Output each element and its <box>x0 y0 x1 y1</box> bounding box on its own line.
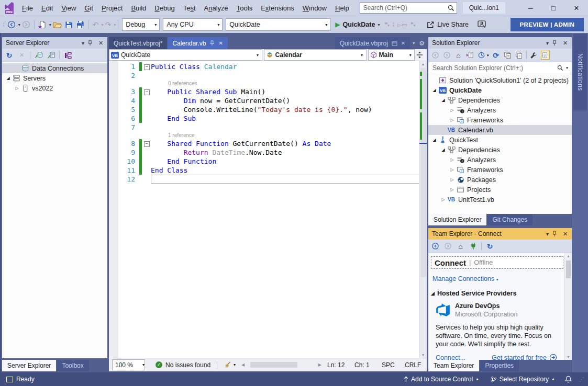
server-explorer-title[interactable]: Server Explorer ▾ ✕ <box>2 37 107 49</box>
collapse-all-icon[interactable] <box>503 51 512 60</box>
search-input[interactable] <box>362 4 448 12</box>
expander-icon[interactable]: ▷ <box>448 118 456 122</box>
nav-forward-icon[interactable] <box>443 242 452 251</box>
tool-tab-server-explorer[interactable]: Server Explorer <box>2 360 56 371</box>
editor-horizontal-scrollbar[interactable]: ◀ ▶ <box>240 362 323 368</box>
redo-dropdown[interactable]: ▾ <box>114 22 116 27</box>
manage-connections-plug-icon[interactable] <box>469 242 478 251</box>
menu-help[interactable]: Help <box>331 2 353 15</box>
health-check-icon[interactable]: ✓ <box>156 361 162 368</box>
expander-icon[interactable]: ▷ <box>448 167 456 172</box>
connect-link[interactable]: Connect... <box>436 354 465 360</box>
solution-tree-item-calendar-vb[interactable]: VBCalendar.vb <box>428 125 572 135</box>
solution-configurations-dropdown[interactable]: Debug▾ <box>122 18 160 31</box>
close-panel-icon[interactable]: ✕ <box>561 40 570 47</box>
feedback-icon[interactable] <box>476 18 488 31</box>
home-icon[interactable]: ⌂ <box>454 51 463 60</box>
menu-build[interactable]: Build <box>127 2 150 15</box>
stop-refresh-icon[interactable]: ✕ <box>17 51 26 60</box>
code-line-7[interactable]: 7 <box>109 123 419 132</box>
code-line-12[interactable]: 12 <box>109 175 419 184</box>
menu-edit[interactable]: Edit <box>37 2 57 15</box>
menu-tools[interactable]: Tools <box>232 2 257 15</box>
pin-icon[interactable] <box>552 40 561 46</box>
editor-vertical-scrollbar[interactable]: ▲ ▼ <box>419 61 427 358</box>
document-tab-quickdate-vbproj[interactable]: QuickDate.vbproj✕ <box>335 37 410 49</box>
refresh-icon[interactable]: ↻ <box>5 51 14 60</box>
server-tree-item-data-connections[interactable]: Data Connections <box>2 63 107 73</box>
issues-status-text[interactable]: No issues found <box>165 361 210 369</box>
search-icon[interactable] <box>557 65 563 71</box>
code-line-11[interactable]: 11End Class <box>109 166 419 175</box>
sharepoint-hierarchy-icon[interactable] <box>63 51 72 60</box>
close-tab-icon[interactable]: ✕ <box>401 40 405 46</box>
code-line-9[interactable]: 9 Return DateTime.Now.Date <box>109 148 419 157</box>
save-all-button[interactable] <box>74 18 86 31</box>
pending-changes-filter-icon[interactable] <box>477 51 486 60</box>
show-all-files-icon[interactable] <box>515 51 524 60</box>
line-indicator[interactable]: Ln: 12 <box>327 361 354 369</box>
document-tab-quicktest-vbproj[interactable]: QuickTest.vbproj* <box>109 37 167 49</box>
refresh-icon[interactable]: ↻ <box>485 242 494 251</box>
server-tree-item-servers[interactable]: ◢Servers <box>2 73 107 83</box>
solution-tree-item-projects[interactable]: ▷Projects <box>428 185 572 195</box>
expander-icon[interactable]: ▷ <box>448 157 456 162</box>
codelens-indicator[interactable]: 0 references <box>109 80 419 87</box>
expander-icon[interactable]: ▷ <box>448 177 456 182</box>
solution-tree-item-quicktest[interactable]: ◢QuickTest <box>428 135 572 145</box>
break-all-icon[interactable]: ▻▭ <box>397 21 407 28</box>
tool-tab-solution-explorer[interactable]: Solution Explorer <box>428 214 486 225</box>
code-line-8[interactable]: 8− Shared Function GetCurrentDate() As D… <box>109 139 419 148</box>
tool-tab-toolbox[interactable]: Toolbox <box>57 360 88 371</box>
get-started-link[interactable]: Get started for free <box>492 354 557 360</box>
pin-icon[interactable] <box>552 231 561 237</box>
hscrollbar-thumb[interactable] <box>250 362 297 368</box>
search-icon[interactable] <box>448 5 454 12</box>
scroll-up-arrow[interactable]: ▲ <box>419 62 427 66</box>
expander-icon[interactable]: ◢ <box>430 138 438 142</box>
code-line-6[interactable]: 6 End Sub <box>109 114 419 123</box>
notifications-tab[interactable]: Notifications <box>573 34 587 110</box>
connect-page-header[interactable]: Connect | Offline <box>431 256 563 269</box>
menu-debug[interactable]: Debug <box>150 2 179 15</box>
solution-search-box[interactable]: ▾ <box>428 62 572 74</box>
sync-with-active-document-icon[interactable] <box>465 51 474 60</box>
resize-grip[interactable]: ⋰ <box>579 377 585 382</box>
solution-tree-item-dependencies[interactable]: ◢Dependencies <box>428 95 572 105</box>
close-panel-icon[interactable]: ✕ <box>561 231 570 237</box>
expander-icon[interactable]: ◢ <box>4 76 12 81</box>
manage-connections-link[interactable]: Manage Connections ▾ <box>432 275 572 282</box>
hosted-service-providers-section[interactable]: ◢ Hosted Service Providers <box>431 290 572 297</box>
window-position-dropdown-icon[interactable]: ▾ <box>543 231 552 237</box>
editor-settings-gear-icon[interactable]: ⚙ <box>419 40 425 47</box>
apply-code-changes-icon[interactable]: ❞▾ <box>411 21 415 28</box>
open-file-button[interactable] <box>51 18 63 31</box>
menu-view[interactable]: View <box>57 2 80 15</box>
expander-icon[interactable]: ▷ <box>13 86 21 90</box>
solution-tree-item-quickdate[interactable]: ◢VBQuickDate <box>428 85 572 95</box>
minimize-button[interactable]: ─ <box>519 0 542 16</box>
member-dropdown[interactable]: Main ▾ <box>368 49 415 61</box>
menu-extensions[interactable]: Extensions <box>257 2 298 15</box>
menu-git[interactable]: Git <box>80 2 97 15</box>
solution-tree-item-frameworks[interactable]: ▷Frameworks <box>428 165 572 175</box>
keep-open-icon[interactable] <box>392 41 397 46</box>
toolbar-grip[interactable]: ⁞ <box>3 22 4 28</box>
line-ending-indicator[interactable]: CRLF <box>405 361 426 369</box>
refresh-icon[interactable]: ⟳ <box>492 51 501 60</box>
live-share-button[interactable]: Live Share <box>426 21 469 29</box>
section-expander-icon[interactable]: ◢ <box>431 291 435 296</box>
home-icon[interactable]: ⌂ <box>456 242 465 251</box>
solution-tree-item-solution-quicksolution1-2-of-2-projects[interactable]: Solution 'QuickSolution1' (2 of 2 projec… <box>428 75 572 85</box>
pin-tab-icon[interactable] <box>209 40 215 46</box>
solution-tree-item-analyzers[interactable]: ▷iAnalyzers <box>428 105 572 115</box>
nav-back-icon[interactable] <box>431 51 440 60</box>
select-repository-button[interactable]: Select Repository ▲ <box>486 372 560 386</box>
menu-project[interactable]: Project <box>97 2 127 15</box>
code-editor[interactable]: 1−Public Class Calendar20 references3− P… <box>109 61 427 358</box>
column-indicator[interactable]: Ch: 1 <box>354 361 382 369</box>
code-line-1[interactable]: 1−Public Class Calendar <box>109 62 419 71</box>
menu-test[interactable]: Test <box>179 2 200 15</box>
nav-back-icon[interactable] <box>431 242 440 251</box>
menu-analyze[interactable]: Analyze <box>200 2 232 15</box>
